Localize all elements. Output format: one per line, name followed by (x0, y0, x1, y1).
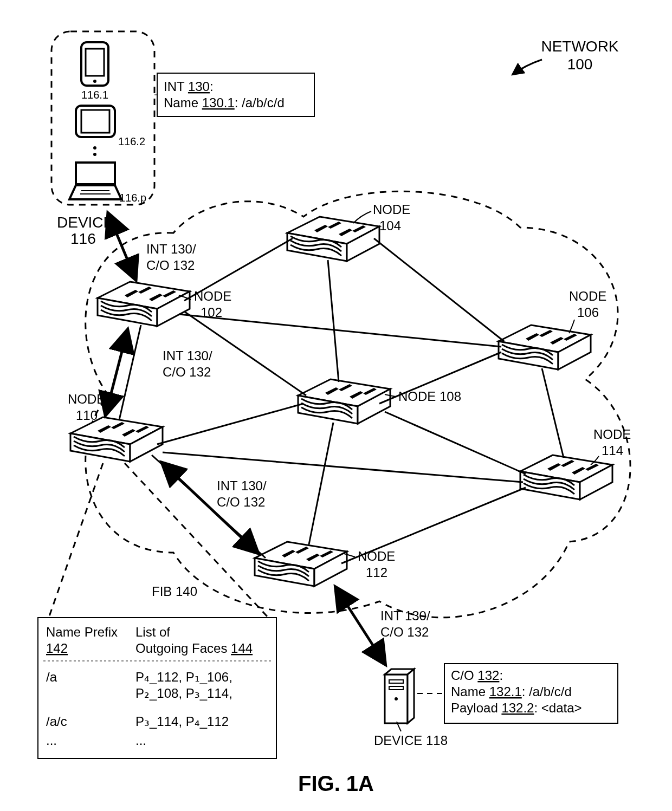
device-118-icon (385, 669, 414, 723)
fib-r0-f2: P₂_108, P₃_114, (135, 686, 232, 700)
laptop-icon (69, 163, 121, 199)
svg-line-15 (309, 423, 333, 544)
linklabel-b-1: INT 130/ (163, 348, 212, 363)
svg-line-12 (163, 452, 523, 482)
node-104-ref: 104 (379, 218, 401, 233)
linklabel-d-2: C/O 132 (380, 625, 429, 639)
linklabel-a-1: INT 130/ (146, 242, 196, 256)
node-114-ref: 114 (602, 443, 623, 458)
co-box-l1: C/O 132: (451, 668, 503, 683)
svg-line-16 (328, 260, 339, 382)
node-106-label: NODE (569, 289, 606, 303)
svg-line-29 (49, 463, 103, 618)
node-106 (499, 325, 591, 369)
svg-line-8 (119, 325, 141, 420)
svg-line-9 (157, 404, 303, 444)
svg-point-20 (93, 80, 96, 83)
phone-icon (81, 42, 108, 86)
linklabel-c-2: C/O 132 (217, 495, 265, 509)
node-102-label: NODE (194, 289, 231, 303)
svg-line-11 (542, 368, 564, 458)
node-114-label: NODE (593, 427, 631, 442)
fib-r0-f1: P₄_112, P₁_106, (135, 670, 232, 684)
network-ref: 100 (567, 56, 593, 73)
node-110 (70, 417, 163, 462)
device-116-2: 116.2 (118, 135, 145, 147)
node-110-ref: 110 (76, 408, 98, 423)
fib-h2b: Outgoing Faces 144 (135, 641, 253, 656)
fib-h1a: Name Prefix (46, 625, 118, 639)
node-108-label: NODE 108 (398, 389, 461, 404)
linklabel-b-2: C/O 132 (163, 365, 211, 379)
fib-r1-prefix: /a/c (46, 714, 67, 729)
svg-point-23 (93, 146, 96, 150)
fib-r1-f1: P₃_114, P₄_112 (135, 714, 229, 729)
network-arrow (512, 60, 542, 75)
device-118-label: DEVICE 118 (374, 733, 448, 748)
fib-h2a: List of (135, 625, 170, 639)
fib-r0-prefix: /a (46, 670, 57, 684)
node-110-label: NODE (68, 392, 105, 406)
co-box-l2: Name 132.1: /a/b/c/d (451, 684, 572, 699)
fib-title: FIB 140 (152, 584, 197, 599)
node-108 (298, 379, 390, 424)
node-104 (287, 217, 379, 261)
co-box-l3: Payload 132.2: <data> (451, 700, 582, 715)
svg-rect-19 (86, 49, 104, 76)
link-116-102 (108, 214, 135, 279)
device-116-p: 116.p (119, 192, 146, 204)
node-102 (98, 282, 190, 326)
node-106-ref: 106 (577, 305, 599, 320)
fib-ell-2: ... (135, 733, 146, 748)
node-112-label: NODE (358, 549, 395, 563)
fib-ell-1: ... (46, 733, 57, 748)
fib-h1b: 142 (46, 641, 68, 656)
device-116-1: 116.1 (81, 89, 108, 101)
linklabel-d-1: INT 130/ (380, 608, 430, 623)
device-116-label: DEVICE (57, 214, 113, 231)
svg-point-24 (93, 153, 96, 156)
figure-label: FIG. 1A (298, 771, 374, 795)
svg-rect-22 (81, 110, 109, 133)
network-label: NETWORK (541, 38, 618, 55)
node-104-label: NODE (373, 202, 410, 217)
linklabel-c-1: INT 130/ (217, 478, 267, 493)
link-112-118 (336, 588, 385, 664)
node-114 (520, 455, 612, 499)
tablet-icon (76, 106, 115, 137)
svg-line-5 (374, 238, 504, 341)
int-box-l1: INT 130: (164, 79, 214, 94)
device-116-ref: 116 (70, 230, 96, 247)
node-112-ref: 112 (366, 565, 387, 580)
svg-line-10 (385, 412, 526, 474)
int-box-l2: Name 130.1: /a/b/c/d (164, 95, 285, 110)
linklabel-a-2: C/O 132 (146, 258, 195, 273)
node-102-ref: 102 (201, 305, 222, 320)
node-112 (255, 542, 347, 586)
